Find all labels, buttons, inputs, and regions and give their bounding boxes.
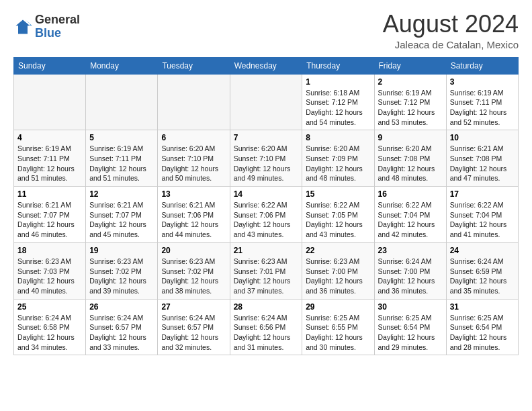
calendar-day-cell: 30Sunrise: 6:25 AM Sunset: 6:54 PM Dayli…: [374, 299, 446, 355]
day-info: Sunrise: 6:22 AM Sunset: 7:05 PM Dayligh…: [306, 200, 370, 240]
calendar-day-cell: 5Sunrise: 6:19 AM Sunset: 7:11 PM Daylig…: [86, 130, 158, 187]
calendar-day-cell: 10Sunrise: 6:21 AM Sunset: 7:08 PM Dayli…: [446, 130, 518, 187]
calendar-day-cell: 31Sunrise: 6:25 AM Sunset: 6:54 PM Dayli…: [446, 299, 518, 355]
title-block: August 2024 Jaleaca de Catalan, Mexico: [383, 11, 519, 50]
day-info: Sunrise: 6:23 AM Sunset: 7:02 PM Dayligh…: [89, 257, 154, 296]
day-number: 31: [450, 302, 515, 312]
calendar-day-cell: 24Sunrise: 6:24 AM Sunset: 6:59 PM Dayli…: [446, 242, 518, 299]
calendar-day-cell: 27Sunrise: 6:24 AM Sunset: 6:57 PM Dayli…: [158, 299, 230, 355]
day-number: 5: [89, 133, 154, 142]
calendar-day-header: Saturday: [446, 57, 518, 74]
calendar-day-header: Tuesday: [158, 57, 230, 74]
logo-icon: [13, 17, 32, 36]
day-info: Sunrise: 6:19 AM Sunset: 7:12 PM Dayligh…: [378, 88, 443, 128]
logo: General Blue: [13, 13, 80, 40]
day-number: 22: [306, 246, 370, 255]
calendar-day-cell: 23Sunrise: 6:24 AM Sunset: 7:00 PM Dayli…: [374, 242, 446, 299]
day-number: 19: [89, 246, 154, 255]
calendar-day-cell: [230, 74, 302, 130]
day-number: 6: [161, 133, 226, 142]
day-number: 20: [161, 246, 226, 255]
day-number: 29: [306, 302, 370, 312]
day-info: Sunrise: 6:21 AM Sunset: 7:07 PM Dayligh…: [17, 200, 82, 240]
logo-text: General Blue: [35, 13, 80, 40]
day-info: Sunrise: 6:23 AM Sunset: 7:01 PM Dayligh…: [234, 257, 299, 296]
day-info: Sunrise: 6:21 AM Sunset: 7:07 PM Dayligh…: [89, 200, 154, 240]
day-info: Sunrise: 6:25 AM Sunset: 6:54 PM Dayligh…: [450, 313, 515, 353]
day-info: Sunrise: 6:20 AM Sunset: 7:08 PM Dayligh…: [378, 144, 443, 183]
day-info: Sunrise: 6:21 AM Sunset: 7:08 PM Dayligh…: [450, 144, 515, 183]
day-info: Sunrise: 6:24 AM Sunset: 6:58 PM Dayligh…: [17, 313, 82, 353]
day-number: 13: [161, 189, 226, 199]
calendar-day-cell: [14, 74, 86, 130]
calendar-day-cell: 8Sunrise: 6:20 AM Sunset: 7:09 PM Daylig…: [302, 130, 374, 187]
page-header: General Blue August 2024 Jaleaca de Cata…: [13, 11, 519, 50]
calendar-day-cell: 15Sunrise: 6:22 AM Sunset: 7:05 PM Dayli…: [302, 187, 374, 243]
day-number: 24: [450, 246, 515, 255]
day-number: 9: [378, 133, 443, 142]
location-subtitle: Jaleaca de Catalan, Mexico: [383, 39, 519, 50]
calendar-week-row: 25Sunrise: 6:24 AM Sunset: 6:58 PM Dayli…: [14, 299, 519, 355]
day-info: Sunrise: 6:18 AM Sunset: 7:12 PM Dayligh…: [306, 88, 370, 128]
calendar-day-cell: 9Sunrise: 6:20 AM Sunset: 7:08 PM Daylig…: [374, 130, 446, 187]
calendar-day-cell: 7Sunrise: 6:20 AM Sunset: 7:10 PM Daylig…: [230, 130, 302, 187]
calendar-week-row: 11Sunrise: 6:21 AM Sunset: 7:07 PM Dayli…: [14, 187, 519, 243]
calendar-day-cell: 11Sunrise: 6:21 AM Sunset: 7:07 PM Dayli…: [14, 187, 86, 243]
day-number: 8: [306, 133, 370, 142]
day-number: 26: [89, 302, 154, 312]
day-number: 28: [234, 302, 299, 312]
day-number: 4: [17, 133, 82, 142]
day-info: Sunrise: 6:20 AM Sunset: 7:10 PM Dayligh…: [234, 144, 299, 183]
calendar-day-cell: 1Sunrise: 6:18 AM Sunset: 7:12 PM Daylig…: [302, 74, 374, 130]
day-info: Sunrise: 6:24 AM Sunset: 6:57 PM Dayligh…: [161, 313, 226, 353]
day-info: Sunrise: 6:22 AM Sunset: 7:04 PM Dayligh…: [450, 200, 515, 240]
day-number: 14: [234, 189, 299, 199]
day-number: 7: [234, 133, 299, 142]
day-number: 10: [450, 133, 515, 142]
calendar-day-cell: 19Sunrise: 6:23 AM Sunset: 7:02 PM Dayli…: [86, 242, 158, 299]
day-number: 18: [17, 246, 82, 255]
day-info: Sunrise: 6:22 AM Sunset: 7:06 PM Dayligh…: [234, 200, 299, 240]
day-number: 2: [378, 77, 443, 87]
day-info: Sunrise: 6:20 AM Sunset: 7:09 PM Dayligh…: [306, 144, 370, 183]
calendar-day-cell: 6Sunrise: 6:20 AM Sunset: 7:10 PM Daylig…: [158, 130, 230, 187]
day-info: Sunrise: 6:23 AM Sunset: 7:03 PM Dayligh…: [17, 257, 82, 296]
day-info: Sunrise: 6:23 AM Sunset: 7:00 PM Dayligh…: [306, 257, 370, 296]
calendar-week-row: 4Sunrise: 6:19 AM Sunset: 7:11 PM Daylig…: [14, 130, 519, 187]
calendar-day-cell: 29Sunrise: 6:25 AM Sunset: 6:55 PM Dayli…: [302, 299, 374, 355]
day-info: Sunrise: 6:19 AM Sunset: 7:11 PM Dayligh…: [17, 144, 82, 183]
day-number: 27: [161, 302, 226, 312]
calendar-day-cell: 17Sunrise: 6:22 AM Sunset: 7:04 PM Dayli…: [446, 187, 518, 243]
calendar-day-cell: 26Sunrise: 6:24 AM Sunset: 6:57 PM Dayli…: [86, 299, 158, 355]
day-number: 3: [450, 77, 515, 87]
calendar-day-cell: 16Sunrise: 6:22 AM Sunset: 7:04 PM Dayli…: [374, 187, 446, 243]
day-info: Sunrise: 6:24 AM Sunset: 6:57 PM Dayligh…: [89, 313, 154, 353]
day-number: 17: [450, 189, 515, 199]
day-info: Sunrise: 6:19 AM Sunset: 7:11 PM Dayligh…: [89, 144, 154, 183]
calendar-day-cell: 21Sunrise: 6:23 AM Sunset: 7:01 PM Dayli…: [230, 242, 302, 299]
calendar-day-header: Friday: [374, 57, 446, 74]
month-year-title: August 2024: [383, 11, 519, 38]
day-info: Sunrise: 6:25 AM Sunset: 6:55 PM Dayligh…: [306, 313, 370, 353]
calendar-week-row: 18Sunrise: 6:23 AM Sunset: 7:03 PM Dayli…: [14, 242, 519, 299]
day-number: 12: [89, 189, 154, 199]
calendar-day-cell: 2Sunrise: 6:19 AM Sunset: 7:12 PM Daylig…: [374, 74, 446, 130]
day-info: Sunrise: 6:21 AM Sunset: 7:06 PM Dayligh…: [161, 200, 226, 240]
day-info: Sunrise: 6:23 AM Sunset: 7:02 PM Dayligh…: [161, 257, 226, 296]
calendar-day-cell: 12Sunrise: 6:21 AM Sunset: 7:07 PM Dayli…: [86, 187, 158, 243]
calendar-day-cell: 20Sunrise: 6:23 AM Sunset: 7:02 PM Dayli…: [158, 242, 230, 299]
calendar-day-cell: 13Sunrise: 6:21 AM Sunset: 7:06 PM Dayli…: [158, 187, 230, 243]
calendar-day-header: Monday: [86, 57, 158, 74]
calendar-day-cell: 4Sunrise: 6:19 AM Sunset: 7:11 PM Daylig…: [14, 130, 86, 187]
day-info: Sunrise: 6:24 AM Sunset: 6:59 PM Dayligh…: [450, 257, 515, 296]
calendar-day-cell: [158, 74, 230, 130]
day-info: Sunrise: 6:25 AM Sunset: 6:54 PM Dayligh…: [378, 313, 443, 353]
calendar-table: SundayMondayTuesdayWednesdayThursdayFrid…: [13, 57, 519, 356]
day-number: 30: [378, 302, 443, 312]
day-number: 21: [234, 246, 299, 255]
day-info: Sunrise: 6:22 AM Sunset: 7:04 PM Dayligh…: [378, 200, 443, 240]
day-number: 1: [306, 77, 370, 87]
day-info: Sunrise: 6:20 AM Sunset: 7:10 PM Dayligh…: [161, 144, 226, 183]
day-info: Sunrise: 6:19 AM Sunset: 7:11 PM Dayligh…: [450, 88, 515, 128]
day-number: 25: [17, 302, 82, 312]
